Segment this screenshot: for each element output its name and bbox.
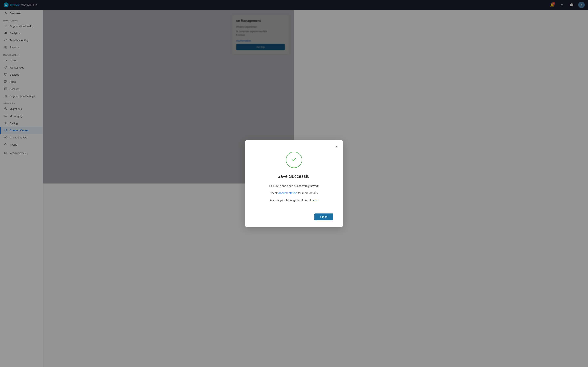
success-modal: × Save Successful PCS IVR has been succe…: [245, 140, 294, 184]
success-check-icon: [290, 156, 294, 164]
modal-title: Save Successful: [277, 174, 294, 179]
success-circle: [286, 152, 294, 168]
modal-overlay: × Save Successful PCS IVR has been succe…: [0, 0, 294, 184]
